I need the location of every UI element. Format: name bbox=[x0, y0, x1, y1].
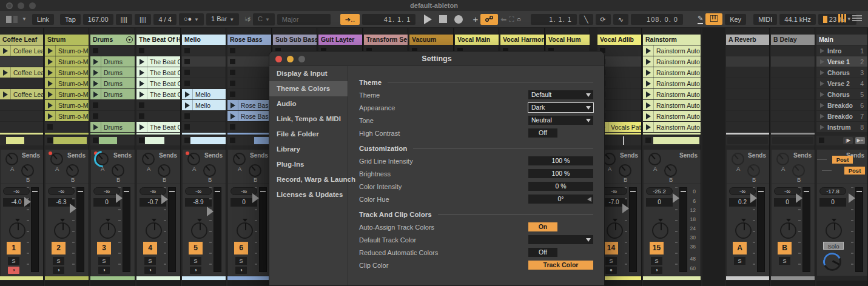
clip-launch-icon[interactable] bbox=[140, 70, 144, 76]
clip-launch-icon[interactable] bbox=[3, 48, 8, 54]
clip-stop-icon[interactable] bbox=[47, 124, 53, 130]
fader-handle[interactable] bbox=[24, 197, 31, 207]
clip-launch-icon[interactable] bbox=[48, 81, 53, 87]
solo-button[interactable]: S bbox=[144, 257, 156, 265]
clip-stop-icon[interactable] bbox=[139, 48, 144, 53]
scene-launch-icon[interactable] bbox=[820, 92, 824, 97]
fader-handle[interactable] bbox=[116, 193, 123, 203]
send-b-knob[interactable] bbox=[792, 164, 805, 177]
clip-stop-icon[interactable] bbox=[184, 81, 190, 86]
time-signature-field[interactable]: 4 / 4 bbox=[153, 14, 176, 25]
solo-button[interactable]: S bbox=[605, 257, 617, 265]
draw-mode-button[interactable]: ✎ bbox=[698, 15, 703, 24]
track-header-rose-bass[interactable]: Rose Bass bbox=[227, 35, 271, 45]
clip-launch-icon[interactable] bbox=[140, 124, 144, 130]
send-b-knob[interactable] bbox=[664, 164, 677, 177]
clip-stop-icon[interactable] bbox=[184, 70, 190, 75]
clip-drums[interactable]: Drums bbox=[90, 56, 135, 67]
pan-knob[interactable] bbox=[54, 222, 70, 239]
clip-slot[interactable] bbox=[45, 122, 89, 132]
clip-launch-icon[interactable] bbox=[230, 113, 235, 119]
toggle-auto-assign-track-colors[interactable]: On bbox=[528, 222, 557, 231]
loop-start-field[interactable]: 1. 1. 1 bbox=[531, 14, 577, 25]
fader-handle[interactable] bbox=[622, 204, 629, 213]
clip-rainstorm[interactable]: Rainstorm Auto bbox=[643, 56, 701, 67]
crossfade-view-icon[interactable]: |▶ bbox=[843, 137, 853, 144]
track-header-rainstorm[interactable]: Rainstorm bbox=[643, 35, 701, 45]
clip-launch-icon[interactable] bbox=[646, 124, 651, 130]
clip-stop-icon[interactable] bbox=[184, 59, 190, 64]
solo-button[interactable]: S bbox=[53, 257, 64, 265]
scene-row[interactable]: Chorus5 bbox=[816, 89, 867, 99]
pan-knob[interactable] bbox=[146, 222, 162, 239]
track-header-b-delay[interactable]: B Delay bbox=[771, 35, 815, 45]
settings-tab-theme-colors[interactable]: Theme & Colors bbox=[269, 81, 348, 96]
clip-slot[interactable] bbox=[136, 111, 180, 121]
clip-strum[interactable]: Strum-o-M bbox=[45, 78, 89, 88]
clip-launch-icon[interactable] bbox=[230, 102, 235, 108]
clip-coffee-leaf[interactable]: Coffee Lea bbox=[0, 89, 43, 99]
clip-launch-icon[interactable] bbox=[48, 59, 53, 65]
clip-launch-icon[interactable] bbox=[3, 91, 8, 98]
clip-drums[interactable]: Drums bbox=[90, 78, 135, 88]
send-a-knob[interactable] bbox=[142, 153, 155, 165]
track-header-main[interactable]: Main bbox=[816, 35, 867, 45]
track-activator-button[interactable]: A bbox=[733, 242, 747, 254]
arrangement-position-field[interactable]: 41. 1. 1 bbox=[362, 14, 415, 25]
clip-strum[interactable]: Strum-o-M bbox=[45, 100, 89, 110]
volume-fader[interactable] bbox=[629, 187, 637, 272]
arm-button[interactable]: ◑ bbox=[8, 267, 19, 274]
volume-fader[interactable] bbox=[679, 187, 687, 272]
arm-button[interactable]: ◑ bbox=[190, 267, 201, 274]
arm-button[interactable]: ◑ bbox=[144, 267, 156, 274]
clip-slot[interactable] bbox=[182, 56, 226, 67]
clip-stop-icon[interactable] bbox=[645, 138, 651, 143]
track-activator-button[interactable]: 14 bbox=[604, 242, 618, 254]
track-activator-button[interactable]: B bbox=[778, 242, 792, 254]
punch-icon[interactable]: ∿ bbox=[613, 14, 628, 25]
clip-launch-icon[interactable] bbox=[3, 70, 8, 76]
clip-drums[interactable]: Drums bbox=[90, 89, 135, 99]
midi-map-button[interactable]: MIDI bbox=[753, 14, 777, 25]
arm-button[interactable]: ◑ bbox=[98, 267, 110, 274]
clip-stop-icon[interactable] bbox=[230, 81, 235, 86]
solo-button[interactable]: S bbox=[235, 257, 247, 265]
solo-button[interactable]: S bbox=[190, 257, 201, 265]
pan-knob[interactable] bbox=[780, 222, 796, 239]
pan-knob[interactable] bbox=[191, 222, 207, 239]
play-button[interactable] bbox=[424, 15, 432, 24]
volume-fader[interactable] bbox=[168, 187, 176, 272]
post-toggle[interactable]: Post bbox=[844, 167, 865, 175]
arm-button[interactable]: ◑ bbox=[235, 267, 247, 274]
dropdown-theme[interactable]: Default bbox=[528, 90, 593, 99]
pan-knob[interactable] bbox=[826, 222, 842, 239]
settings-tab-file-folder[interactable]: File & Folder bbox=[269, 127, 348, 142]
track-header-mello[interactable]: Mello bbox=[182, 35, 226, 45]
clip-drums[interactable]: Drums bbox=[90, 67, 135, 78]
slider-arrow-icon[interactable] bbox=[587, 197, 591, 202]
send-a-knob[interactable] bbox=[648, 153, 661, 165]
arm-button[interactable]: ● bbox=[605, 267, 617, 274]
track-header-vocal-adlib[interactable]: Vocal Adlib bbox=[597, 35, 641, 45]
settings-tab-record-warp-launch[interactable]: Record, Warp & Launch bbox=[269, 172, 348, 187]
clip-stop-icon[interactable] bbox=[184, 138, 190, 143]
track-activator-button[interactable]: 1 bbox=[7, 242, 21, 254]
button-clip-color[interactable]: Track Color bbox=[528, 261, 593, 270]
clip-stop-icon[interactable] bbox=[184, 113, 190, 119]
view-selector[interactable]: ▼ bbox=[6, 16, 27, 23]
clip-slot[interactable] bbox=[182, 78, 226, 88]
clip-strum[interactable]: Strum-o-M bbox=[45, 111, 89, 121]
record-button[interactable] bbox=[454, 15, 463, 24]
volume-fader[interactable] bbox=[123, 187, 130, 272]
clip-slot[interactable] bbox=[227, 89, 271, 99]
pan-knob[interactable] bbox=[9, 222, 25, 239]
automation-arm-button[interactable] bbox=[480, 14, 498, 25]
key-map-button[interactable]: Key bbox=[725, 14, 746, 25]
track-header-vocal-main[interactable]: Vocal Main bbox=[455, 35, 499, 45]
settings-tab-licenses-updates[interactable]: Licenses & Updates bbox=[269, 187, 348, 202]
volume-fader[interactable] bbox=[259, 187, 267, 272]
clip-rainstorm[interactable]: Rainstorm Auto bbox=[643, 111, 701, 121]
fader-handle[interactable] bbox=[849, 193, 855, 203]
key-signature-icon[interactable]: ♭♯ bbox=[244, 16, 251, 22]
track-header-a-reverb[interactable]: A Reverb bbox=[726, 35, 769, 45]
